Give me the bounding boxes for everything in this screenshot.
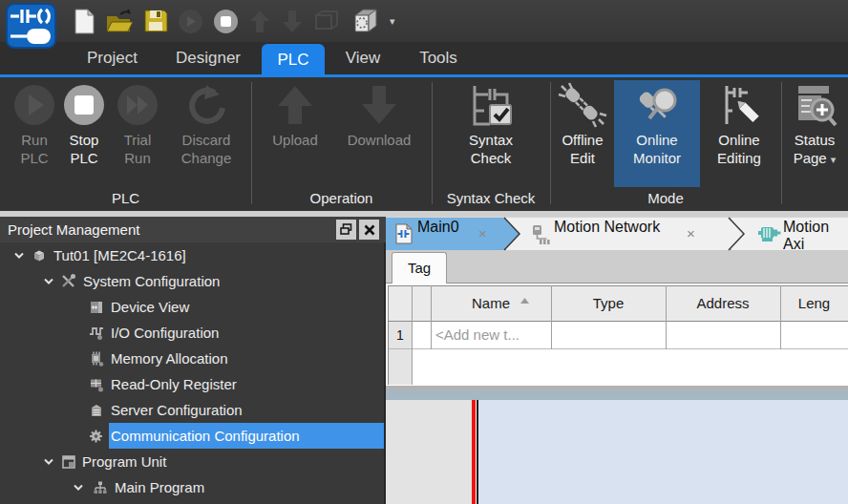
group-label-plc: PLC <box>0 188 251 209</box>
column-header-address[interactable]: Address <box>666 292 780 315</box>
ribbon-divider <box>251 82 252 204</box>
offline-edit-icon <box>552 82 613 128</box>
run-plc-button: Run PLC <box>11 82 57 167</box>
chevron-down-icon[interactable] <box>73 482 84 494</box>
column-header-length[interactable]: Leng <box>780 292 848 315</box>
ladder-power-rail <box>472 400 476 504</box>
menu-tab-plc-active[interactable]: PLC <box>262 44 325 77</box>
table-border <box>388 285 848 286</box>
add-new-tag-cell[interactable]: <Add new t... <box>435 322 548 348</box>
tree-item-memory-allocation[interactable]: Memory Allocation <box>0 346 386 371</box>
tree-item-label: Server Configuration <box>111 397 243 423</box>
tree-item-system-configuration[interactable]: System Configuration <box>0 268 386 294</box>
chevron-down-icon[interactable] <box>43 276 54 287</box>
tree-item-project-root[interactable]: Tut01 [ME2C4-1616] <box>0 242 386 268</box>
tree-item-label: Device View <box>111 294 189 320</box>
new-file-icon[interactable] <box>73 9 95 34</box>
group-label-operation: Operation <box>251 188 432 209</box>
server-configuration-icon <box>88 402 105 419</box>
run-plc-icon <box>11 82 57 128</box>
chevron-down-icon[interactable] <box>13 250 25 262</box>
stop-plc-button[interactable]: Stop PLC <box>61 82 107 167</box>
ladder-editor-canvas[interactable] <box>478 400 848 504</box>
table-border <box>388 348 848 349</box>
tree-item-label: Tut01 [ME2C4-1616] <box>53 242 186 268</box>
status-page-caret-icon: ▾ <box>831 154 837 165</box>
syntax-check-label: Syntax Check <box>456 131 525 167</box>
project-management-panel: Project Management <box>0 217 386 504</box>
main0-document-icon <box>393 223 414 244</box>
tab-motion-network-label[interactable]: Motion Network <box>554 219 660 251</box>
tree-item-label: I/O Configuration <box>111 320 219 346</box>
online-monitor-icon <box>616 82 698 128</box>
status-page-button[interactable]: Status Page ▾ <box>785 82 844 169</box>
ribbon-divider <box>432 82 433 204</box>
app-logo-icon <box>6 3 57 50</box>
tab-motion-axis-label[interactable]: Motion Axi <box>783 219 848 251</box>
tree-item-communication-configuration-selected[interactable]: Communication Configuration <box>0 423 386 449</box>
discard-change-icon <box>164 82 248 128</box>
menu-tab-view[interactable]: View <box>329 42 396 74</box>
online-monitor-label: Online Monitor <box>616 131 698 167</box>
offline-edit-button[interactable]: Offline Edit <box>552 82 613 167</box>
panel-header: Project Management <box>0 217 386 242</box>
subtab-strip <box>386 250 848 284</box>
stop-plc-icon <box>61 82 107 128</box>
memory-allocation-icon <box>88 350 105 368</box>
download-label: Download <box>336 131 422 149</box>
tree-item-program-unit[interactable]: Program Unit <box>0 449 386 474</box>
plc-module-icon[interactable] <box>350 7 380 35</box>
communication-configuration-gear-icon <box>88 428 105 445</box>
sort-ascending-icon[interactable] <box>519 297 530 305</box>
motion-axis-motor-icon <box>757 224 782 244</box>
trial-run-icon <box>113 82 162 128</box>
menu-tab-project[interactable]: Project <box>72 42 153 74</box>
column-header-name[interactable]: Name <box>431 292 551 315</box>
subtab-tag-active[interactable]: Tag <box>392 252 447 284</box>
group-label-mode: Mode <box>550 188 781 209</box>
ladder-header-bar <box>386 390 848 400</box>
panel-float-button[interactable] <box>336 220 356 240</box>
chevron-down-icon[interactable] <box>43 456 54 468</box>
online-editing-button[interactable]: Online Editing <box>705 82 774 167</box>
device-view-icon <box>88 299 105 316</box>
save-icon[interactable] <box>143 9 168 33</box>
stop-plc-label: Stop PLC <box>61 131 107 167</box>
offline-edit-label: Offline Edit <box>552 131 613 167</box>
tree-item-read-only-register[interactable]: Read-Only Register <box>0 371 386 397</box>
table-border <box>412 285 413 385</box>
panel-close-button[interactable] <box>359 220 379 240</box>
open-project-icon[interactable] <box>105 9 134 34</box>
toolbar-dropdown-caret-icon[interactable]: ▾ <box>390 15 395 28</box>
online-monitor-button[interactable]: Online Monitor <box>616 82 698 167</box>
discard-change-label: Discard Change <box>164 131 248 167</box>
stop-plc-icon[interactable] <box>213 9 239 34</box>
tab-main0-close-icon[interactable]: × <box>478 219 487 249</box>
plc-ide-window: ▾ Project Designer View Tools PLC Run PL… <box>0 0 848 504</box>
tree-item-main-program[interactable]: Main Program <box>0 474 386 500</box>
menu-tab-designer[interactable]: Designer <box>156 42 261 74</box>
ribbon-divider <box>781 82 782 204</box>
group-label-syntax-check: Syntax Check <box>432 188 550 209</box>
program-unit-icon <box>60 453 77 471</box>
quick-access-toolbar: ▾ <box>73 7 395 35</box>
trial-run-button: Trial Run <box>113 82 162 167</box>
menu-bar: Project Designer View Tools <box>0 42 848 77</box>
syntax-check-button[interactable]: Syntax Check <box>456 82 525 167</box>
column-header-type[interactable]: Type <box>551 292 666 315</box>
tab-motion-network-close-icon[interactable]: × <box>687 219 695 249</box>
menu-tab-tools[interactable]: Tools <box>401 42 476 74</box>
tree-item-io-configuration[interactable]: I/O Configuration <box>0 320 386 346</box>
tree-item-label: Program Unit <box>82 449 166 474</box>
download-icon <box>281 9 304 34</box>
ribbon: Run PLC Stop PLC Trial Run <box>0 77 848 211</box>
upload-arrow-icon <box>265 82 325 128</box>
tree-item-server-configuration[interactable]: Server Configuration <box>0 397 386 423</box>
row-gutter <box>389 349 412 385</box>
run-plc-label: Run PLC <box>11 131 57 167</box>
upload-button: Upload <box>265 82 325 149</box>
tab-main0-label[interactable]: Main0 <box>417 219 459 251</box>
upload-label: Upload <box>265 131 325 149</box>
tree-item-device-view[interactable]: Device View <box>0 294 386 320</box>
run-plc-icon <box>178 9 203 34</box>
